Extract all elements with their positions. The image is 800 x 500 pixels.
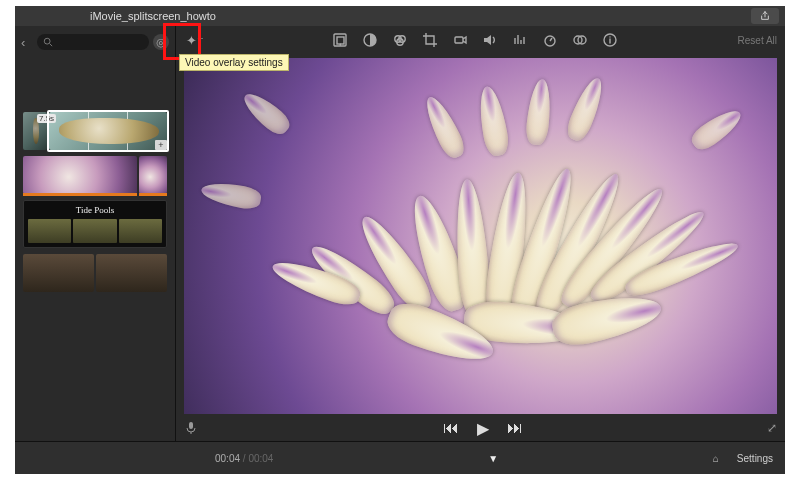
search-row: ‹ ◎ — [15, 26, 175, 58]
prev-frame-button[interactable]: ⏮ — [443, 419, 459, 438]
crop-icon[interactable] — [421, 31, 439, 49]
clip-selected[interactable]: 7.5s + — [49, 112, 167, 150]
tooltip: Video overlay settings — [179, 54, 289, 71]
svg-rect-7 — [455, 37, 463, 43]
magic-wand-icon[interactable]: ✦⁺ — [186, 33, 204, 48]
color-correction-icon[interactable] — [391, 31, 409, 49]
share-button[interactable] — [751, 8, 779, 24]
clip-thumbnail[interactable] — [139, 156, 167, 194]
clip-thumbnail[interactable] — [23, 156, 137, 194]
next-frame-button[interactable]: ⏭ — [507, 419, 523, 438]
add-clip-icon[interactable]: + — [155, 140, 167, 150]
back-chevron-icon[interactable]: ‹ — [21, 35, 33, 50]
svg-point-8 — [545, 36, 555, 46]
noise-eq-icon[interactable] — [511, 31, 529, 49]
color-balance-icon[interactable] — [361, 31, 379, 49]
voiceover-mic-icon[interactable] — [184, 421, 198, 435]
media-sidebar: ‹ ◎ 7.5s + — [15, 26, 176, 442]
home-icon[interactable]: ⌂ — [713, 453, 719, 464]
speed-icon[interactable] — [541, 31, 559, 49]
playback-controls: ⏮ ▶ ⏭ ⤢ — [176, 414, 785, 442]
titlebar: iMovie_splitscreen_howto — [15, 6, 785, 27]
search-icon — [43, 37, 53, 47]
search-input[interactable] — [37, 34, 149, 50]
info-icon[interactable] — [601, 31, 619, 49]
svg-point-0 — [44, 38, 50, 44]
fullscreen-icon[interactable]: ⤢ — [767, 421, 777, 435]
reset-all-button[interactable]: Reset All — [738, 35, 777, 46]
volume-icon[interactable] — [481, 31, 499, 49]
title-card-label: Tide Pools — [28, 205, 162, 215]
play-button[interactable]: ▶ — [477, 419, 489, 438]
playhead-time: 00:04 — [215, 453, 240, 464]
svg-rect-2 — [337, 37, 344, 44]
adjust-toolbar: ✦⁺ Reset All — [176, 26, 785, 54]
video-overlay-settings-icon[interactable] — [331, 31, 349, 49]
clip-browser: 7.5s + Tide Pools — [15, 58, 175, 442]
filter-fx-icon[interactable] — [571, 31, 589, 49]
svg-rect-12 — [189, 422, 193, 429]
timeline-footer: 00:04 / 00:04 ▼ ⌂ Settings — [15, 441, 785, 474]
clip-thumbnail[interactable] — [96, 254, 167, 292]
clip-thumbnail[interactable] — [23, 254, 94, 292]
total-time: 00:04 — [248, 453, 273, 464]
settings-button[interactable]: Settings — [737, 453, 773, 464]
viewer-panel: ✦⁺ Reset All Video overlay settings — [176, 26, 785, 442]
imovie-window: iMovie_splitscreen_howto ‹ ◎ 7.5s — [15, 6, 785, 474]
project-title: iMovie_splitscreen_howto — [15, 6, 751, 26]
video-preview[interactable] — [184, 58, 777, 414]
playhead-marker-icon[interactable]: ▼ — [488, 453, 498, 464]
filter-button[interactable]: ◎ — [153, 34, 169, 50]
title-card[interactable]: Tide Pools — [23, 200, 167, 248]
stabilization-icon[interactable] — [451, 31, 469, 49]
screenshot-frame: iMovie_splitscreen_howto ‹ ◎ 7.5s — [0, 0, 800, 500]
